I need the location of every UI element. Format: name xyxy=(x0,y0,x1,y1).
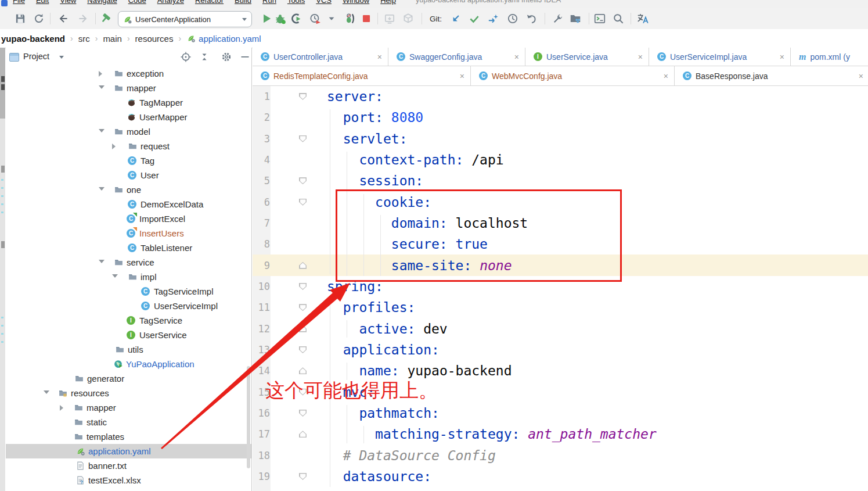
locate-target-icon[interactable] xyxy=(180,51,192,63)
tree-item-templates[interactable]: templates xyxy=(6,429,251,444)
run-configuration-select[interactable]: UserCenterApplication xyxy=(118,11,252,27)
menu-item-analyze[interactable]: Analyze xyxy=(157,0,184,5)
tab-BaseResponse.java[interactable]: CBaseResponse.java× xyxy=(675,66,868,85)
save-icon[interactable] xyxy=(14,12,27,25)
git-merge-icon[interactable] xyxy=(487,12,499,25)
gear-icon[interactable] xyxy=(221,51,232,63)
tree-item-utils[interactable]: utils xyxy=(6,342,251,357)
tree-item-UserServiceImpl[interactable]: CUserServiceImpl xyxy=(6,299,251,313)
code-line[interactable]: 18 # DataSource Config xyxy=(253,445,868,467)
collapse-all-icon[interactable] xyxy=(199,51,210,63)
tree-item-exception[interactable]: exception xyxy=(6,66,251,81)
close-icon[interactable]: × xyxy=(780,53,784,61)
tree-item-ImportExcel[interactable]: CImportExcel xyxy=(6,212,251,226)
chevron-right-icon[interactable] xyxy=(112,144,116,149)
code-line[interactable]: 2 port: 8080 xyxy=(253,107,868,128)
menu-item-file[interactable]: File xyxy=(13,0,25,5)
run-with-coverage-icon[interactable] xyxy=(290,12,302,25)
fold-up-icon[interactable] xyxy=(299,431,307,438)
menu-item-refactor[interactable]: Refactor xyxy=(195,0,224,5)
tree-item-one[interactable]: one xyxy=(6,182,251,197)
tree-item-generator[interactable]: generator xyxy=(6,371,251,386)
tab-UserService.java[interactable]: IUserService.java× xyxy=(525,48,649,66)
code-line[interactable]: 1server: xyxy=(253,86,868,107)
history-icon[interactable] xyxy=(506,12,519,25)
tree-item-YuPaoApplication[interactable]: YuPaoApplication xyxy=(6,357,251,371)
menu-item-run[interactable]: Run xyxy=(262,0,276,5)
tab-UserController.java[interactable]: CUserController.java× xyxy=(253,48,388,66)
fold-down-icon[interactable] xyxy=(299,177,307,184)
tab-WebMvcConfg.java[interactable]: CWebMvcConfg.java× xyxy=(471,66,675,85)
tree-item-DemoExcelData[interactable]: CDemoExcelData xyxy=(6,197,251,212)
translate-icon[interactable] xyxy=(636,12,649,25)
chevron-down-icon[interactable] xyxy=(99,260,105,263)
code-line[interactable]: 17 matching-strategy: ant_path_matcher xyxy=(253,424,868,445)
tree-item-mapper[interactable]: mapper xyxy=(6,400,251,415)
tree-item-Tag[interactable]: CTag xyxy=(6,153,251,168)
menu-item-help[interactable]: Help xyxy=(380,0,396,5)
tree-item-mapper[interactable]: mapper xyxy=(6,81,251,95)
close-icon[interactable]: × xyxy=(638,53,643,61)
chevron-down-icon[interactable] xyxy=(99,85,105,89)
code-line[interactable]: 19 datasource: xyxy=(253,466,868,488)
left-tool-stripe[interactable] xyxy=(0,48,5,491)
code-line[interactable]: 11 profiles: xyxy=(253,297,868,318)
tree-item-application.yaml[interactable]: application.yaml xyxy=(6,444,251,458)
tab-pom.xml-y[interactable]: mpom.xml (y xyxy=(791,48,868,66)
chevron-down-icon[interactable] xyxy=(44,390,49,394)
fold-down-icon[interactable] xyxy=(299,199,307,206)
project-structure-icon[interactable] xyxy=(569,12,582,25)
code-line[interactable]: 13 application: xyxy=(253,339,868,361)
code-line[interactable]: 12 active: dev xyxy=(253,318,868,340)
run-targets-icon[interactable] xyxy=(344,12,356,25)
breadcrumb-item-yupao-backend[interactable]: yupao-backend xyxy=(1,34,65,44)
git-update-icon[interactable] xyxy=(449,12,462,25)
chevron-down-icon[interactable] xyxy=(99,187,105,191)
close-icon[interactable]: × xyxy=(514,53,519,61)
code-line[interactable]: 16 pathmatch: xyxy=(253,403,868,424)
chevron-down-icon[interactable] xyxy=(112,274,118,278)
code-line[interactable]: 5 session: xyxy=(253,170,868,192)
fold-down-icon[interactable] xyxy=(299,346,307,353)
tree-item-service[interactable]: service xyxy=(6,255,251,270)
code-line[interactable]: 3 servlet: xyxy=(253,128,868,150)
tree-item-impl[interactable]: impl xyxy=(6,270,251,284)
tree-item-TagMapper[interactable]: TagMapper xyxy=(6,95,251,110)
tree-item-resources[interactable]: resources xyxy=(6,386,251,400)
sync-icon[interactable] xyxy=(33,12,45,25)
chevron-right-icon[interactable] xyxy=(99,71,102,77)
menu-item-edit[interactable]: Edit xyxy=(36,0,49,5)
close-icon[interactable]: × xyxy=(377,53,382,61)
tree-item-UserMapper[interactable]: UserMapper xyxy=(6,110,251,124)
fold-down-icon[interactable] xyxy=(299,410,307,417)
profiler-icon[interactable] xyxy=(309,12,322,25)
menu-item-build[interactable]: Build xyxy=(235,0,251,5)
close-icon[interactable]: × xyxy=(859,72,863,80)
code-line[interactable]: 4 context-path: /api xyxy=(253,149,868,171)
breadcrumb-file[interactable]: application.yaml xyxy=(199,34,261,44)
breadcrumb-item-main[interactable]: main xyxy=(103,34,122,44)
chevron-right-icon[interactable] xyxy=(60,405,63,411)
fold-down-icon[interactable] xyxy=(299,283,307,290)
breadcrumb-item-src[interactable]: src xyxy=(78,34,90,44)
tree-item-TableListener[interactable]: CTableListener xyxy=(6,241,251,255)
search-icon[interactable] xyxy=(612,12,625,25)
rollback-icon[interactable] xyxy=(525,12,538,25)
back-arrow-icon[interactable] xyxy=(57,12,70,25)
tree-item-TagServiceImpl[interactable]: CTagServiceImpl xyxy=(6,284,251,299)
close-icon[interactable]: × xyxy=(664,72,668,80)
fold-down-icon[interactable] xyxy=(299,93,307,100)
build-hammer-icon[interactable] xyxy=(100,12,113,25)
tab-SwaggerConfig.java[interactable]: CSwaggerConfig.java× xyxy=(388,48,525,66)
tab-RedisTemplateConfig.java[interactable]: CRedisTemplateConfig.java× xyxy=(253,66,471,85)
menu-item-window[interactable]: Window xyxy=(343,0,369,5)
breadcrumb-item-resources[interactable]: resources xyxy=(135,34,174,44)
tab-UserServiceImpl.java[interactable]: CUserServiceImpl.java× xyxy=(649,48,791,66)
tree-item-testExcel.xlsx[interactable]: ?testExcel.xlsx xyxy=(6,473,251,488)
forward-arrow-icon[interactable] xyxy=(77,12,89,25)
terminal-icon[interactable] xyxy=(593,12,606,25)
menu-item-navigate[interactable]: Navigate xyxy=(87,0,117,5)
run-icon[interactable] xyxy=(260,12,273,25)
hide-panel-icon[interactable] xyxy=(239,51,251,63)
tree-item-request[interactable]: request xyxy=(6,139,251,153)
